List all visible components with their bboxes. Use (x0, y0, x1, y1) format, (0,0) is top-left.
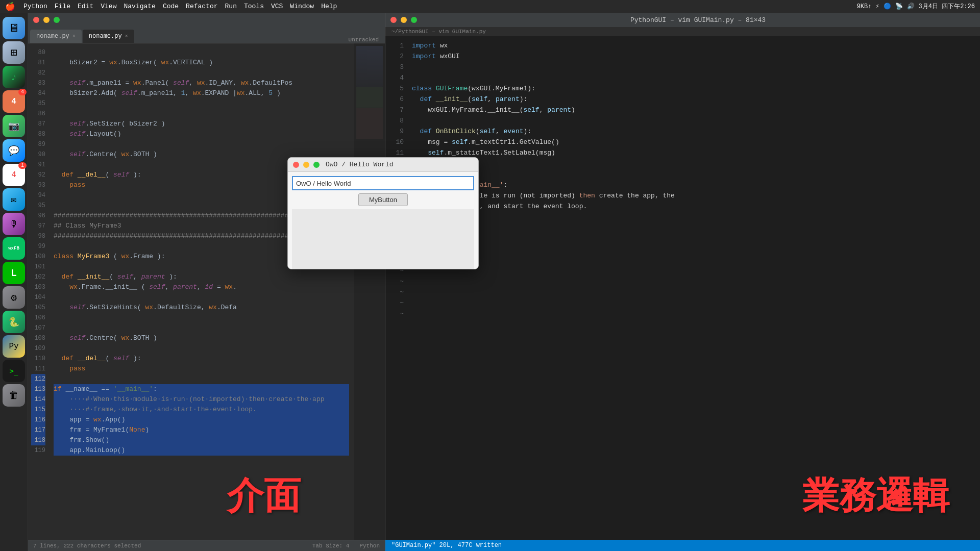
menu-code[interactable]: Code (163, 3, 179, 10)
vim-statusbar: "GUIMain.py" 20L, 477C written (385, 540, 980, 551)
dock-mail[interactable]: ✉ (3, 188, 25, 211)
vim-editor-body: 12345 678910 1112131415 1617181920 ~~~~~… (385, 36, 980, 540)
vim-line-numbers: 12345 678910 1112131415 1617181920 ~~~~~… (385, 36, 406, 540)
messages-icon: 💬 (8, 145, 19, 156)
clock: 3月4日 四下午2:26 (919, 2, 975, 11)
dock-settings[interactable]: ⚙ (3, 286, 25, 309)
menu-navigate[interactable]: Navigate (124, 3, 155, 10)
dock-python[interactable]: Py (3, 335, 25, 358)
menu-tools[interactable]: Tools (244, 3, 264, 10)
music-icon: ♪ (11, 71, 17, 83)
vim-code-content[interactable]: import wx import wxGUI class GUIFrame(wx… (406, 36, 980, 540)
menu-refactor[interactable]: Refactor (186, 3, 217, 10)
podcast-icon: 🎙 (9, 219, 18, 230)
python-icon: Py (9, 342, 18, 351)
wx-minimize-button[interactable] (303, 162, 309, 168)
wx-window: OwO / Hello World MyButton (287, 157, 479, 269)
mail-badge: 1 (18, 162, 27, 169)
language-mode: Python (359, 543, 380, 549)
tab-noname-1[interactable]: noname.py × (30, 30, 82, 43)
apple-menu[interactable]: 🍎 (5, 2, 15, 12)
tab-label-1: noname.py (36, 33, 69, 40)
dock-launchpad[interactable]: ⊞ (3, 41, 25, 64)
dock-wxfb[interactable]: wxFB (3, 237, 25, 260)
tab-close-2[interactable]: × (125, 34, 128, 39)
vim-maximize-button[interactable] (411, 17, 417, 23)
finder-icon: 🖥 (8, 21, 19, 35)
overlay-chinese-left: 介面 (227, 471, 301, 520)
code-content[interactable]: bSizer2 = wx.BoxSizer( wx.VERTICAL ) sel… (48, 43, 354, 540)
maximize-button[interactable] (54, 17, 60, 23)
wx-close-button[interactable] (293, 162, 299, 168)
dock-terminal[interactable]: >_ (3, 360, 25, 382)
bluetooth-icon: 🔵 (884, 3, 891, 10)
wx-textctrl[interactable] (292, 176, 474, 190)
dock-finder[interactable]: 🖥 (3, 17, 25, 39)
menu-window[interactable]: Window (290, 3, 314, 10)
wifi-icon: 📡 (895, 3, 903, 10)
dock-badge4[interactable]: 4 4 (3, 90, 25, 113)
network-icon: 9KB↑ (857, 3, 872, 10)
line-icon: L (11, 267, 17, 279)
overlay-chinese-right: 業務邏輯 (802, 471, 949, 520)
mail-icon: ✉ (11, 194, 17, 205)
dock-facetime[interactable]: 📷 (3, 115, 25, 137)
menu-run[interactable]: Run (225, 3, 237, 10)
launchpad-icon: ⊞ (10, 46, 17, 60)
pycharm-icon: 🐍 (8, 316, 19, 328)
minimap (354, 43, 385, 540)
tab-close-1[interactable]: × (72, 34, 76, 39)
dock-trash[interactable]: 🗑 (3, 384, 25, 407)
facetime-icon: 📷 (8, 120, 19, 132)
menu-help[interactable]: Help (321, 3, 337, 10)
wx-panel (292, 209, 474, 269)
editor-tabs: noname.py × noname.py × Untracked (28, 27, 385, 43)
menu-view[interactable]: View (101, 3, 116, 10)
dock-line[interactable]: L (3, 262, 25, 284)
code-area: 8081828384 8586878889 9091929394 9596979… (28, 43, 385, 540)
untracked-label: Untracked (349, 37, 379, 43)
right-titlebar: PythonGUI – vim GUIMain.py – 81×43 (385, 13, 980, 27)
terminal-icon: >_ (10, 367, 18, 375)
wx-body: MyButton (288, 172, 478, 269)
editors-container: noname.py × noname.py × Untracked 808182… (28, 13, 980, 551)
minimize-button[interactable] (43, 17, 50, 23)
battery-icon: ⚡ (875, 3, 879, 10)
vim-window-title: PythonGUI – vim GUIMain.py – 81×43 (421, 16, 975, 24)
menubar: 🍎 Python File Edit View Navigate Code Re… (0, 0, 980, 13)
calendar-icon: 4 (11, 170, 16, 180)
line-numbers: 8081828384 8586878889 9091929394 9596979… (28, 43, 48, 540)
vim-path: ~/PythonGUI – vim GUIMain.py (391, 29, 486, 35)
dock: 🖥 ⊞ ♪ 4 4 📷 💬 4 1 ✉ 🎙 wxFB L ⚙ 🐍 Py >_ (0, 13, 28, 551)
vim-subtitle-bar: ~/PythonGUI – vim GUIMain.py (385, 27, 980, 36)
dock-pycharm[interactable]: 🐍 (3, 311, 25, 333)
tab-size: Tab Size: 4 (312, 543, 350, 549)
dock-podcast[interactable]: 🎙 (3, 213, 25, 235)
menu-file[interactable]: File (55, 3, 70, 10)
wx-button[interactable]: MyButton (358, 193, 408, 206)
dock-messages[interactable]: 💬 (3, 139, 25, 162)
wx-window-titlebar: OwO / Hello World (288, 158, 478, 172)
menu-edit[interactable]: Edit (78, 3, 93, 10)
settings-icon: ⚙ (11, 291, 17, 304)
right-editor: PythonGUI – vim GUIMain.py – 81×43 ~/Pyt… (385, 13, 980, 551)
vim-minimize-button[interactable] (401, 17, 407, 23)
left-titlebar (28, 13, 385, 27)
menu-vcs[interactable]: VCS (271, 3, 283, 10)
tab-noname-2[interactable]: noname.py × (83, 30, 134, 43)
close-button[interactable] (33, 17, 39, 23)
wx-window-title: OwO / Hello World (326, 161, 394, 168)
tab-label-2: noname.py (89, 33, 122, 40)
vim-close-button[interactable] (390, 17, 397, 23)
dock-calendar[interactable]: 4 1 (3, 164, 25, 186)
selection-info: 7 lines, 222 characters selected (33, 543, 141, 549)
volume-icon: 🔊 (907, 3, 915, 10)
badge4-icon: 4 (11, 97, 16, 106)
vim-status-text: "GUIMain.py" 20L, 477C written (391, 542, 502, 549)
left-editor: noname.py × noname.py × Untracked 808182… (28, 13, 385, 551)
trash-icon: 🗑 (9, 389, 19, 402)
menu-python[interactable]: Python (23, 3, 47, 10)
wx-maximize-button[interactable] (313, 162, 320, 168)
left-statusbar: 7 lines, 222 characters selected Tab Siz… (28, 540, 385, 551)
dock-music[interactable]: ♪ (3, 66, 25, 88)
